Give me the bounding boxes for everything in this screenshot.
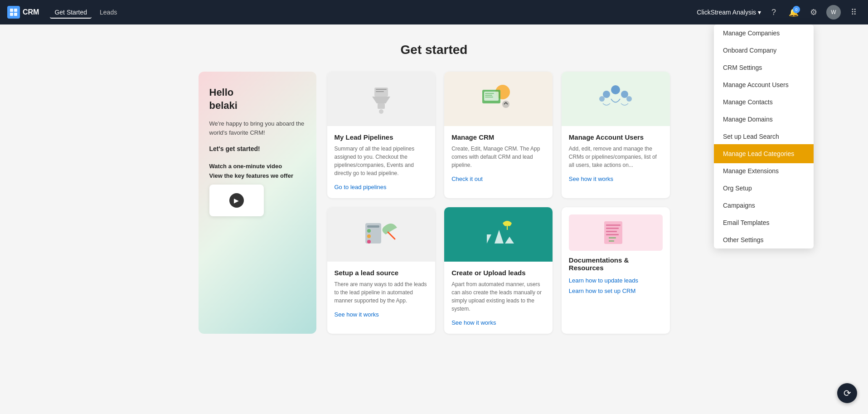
watch-video-link[interactable]: Watch a one-minute video [209,163,305,170]
svg-rect-3 [14,13,17,16]
manage-crm-image [444,72,553,126]
play-button[interactable]: ▶ [229,193,244,208]
gear-icon: ⚙ [810,7,817,17]
dropdown-item-set-up-lead-search[interactable]: Set up Lead Search [714,128,814,145]
dropdown-item-manage-companies[interactable]: Manage Companies [714,24,814,42]
create-leads-title: Create or Upload leads [451,269,545,277]
dropdown-item-onboard-company[interactable]: Onboard Company [714,42,814,59]
welcome-sidebar-card: Hello belaki We're happy to bring you ab… [199,72,316,334]
account-users-desc: Add, edit, remove and manage the CRMs or… [569,145,663,169]
dropdown-item-other-settings[interactable]: Other Settings [714,231,814,248]
brand[interactable]: CRM [7,6,39,19]
workspace-selector[interactable]: ClickStream Analysis ▾ [697,9,761,16]
avatar[interactable]: W [826,5,841,19]
lead-source-desc: There are many ways to add the leads to … [335,280,428,305]
svg-point-20 [599,96,605,102]
svg-rect-32 [606,224,621,226]
lead-pipelines-card: My Lead Pipelines Summary of all the lea… [327,72,436,198]
svg-rect-1 [14,9,17,12]
key-features-link[interactable]: View the key features we offer [209,172,305,179]
account-users-title: Manage Account Users [569,133,663,141]
lead-source-image [327,207,436,262]
svg-point-26 [367,240,371,244]
cards-area: My Lead Pipelines Summary of all the lea… [327,72,670,334]
nav-get-started[interactable]: Get Started [50,6,92,19]
dropdown-item-crm-settings[interactable]: CRM Settings [714,59,814,76]
svg-rect-36 [609,237,616,239]
svg-rect-37 [609,240,614,242]
question-icon: ? [771,8,776,17]
dropdown-item-manage-contacts[interactable]: Manage Contacts [714,93,814,111]
svg-rect-14 [485,95,492,96]
account-users-image [562,72,670,126]
help-button[interactable]: ? [766,5,781,19]
svg-point-17 [611,85,620,94]
cta-text: Let's get started! [209,144,305,154]
dropdown-item-campaigns[interactable]: Campaigns [714,197,814,214]
lead-source-card: Setup a lead source There are many ways … [327,207,436,334]
docs-card: Documentations & Resources Learn how to … [562,207,670,334]
greeting-text: Hello belaki [209,86,305,112]
grid-icon: ⠿ [851,7,857,17]
svg-rect-15 [485,97,493,97]
svg-rect-34 [606,231,617,232]
brand-label: CRM [23,8,39,16]
lead-source-link[interactable]: See how it works [335,311,379,318]
account-users-card: Manage Account Users Add, edit, remove a… [562,72,670,198]
svg-rect-9 [376,91,384,92]
svg-point-24 [367,229,371,233]
svg-marker-27 [487,234,491,244]
svg-rect-0 [10,9,13,12]
nav-right: ClickStream Analysis ▾ ? 🔔 0 ⚙ W ⠿ [697,5,861,19]
lead-pipelines-desc: Summary of all the lead pipelines assign… [335,145,428,177]
page-title: Get started [199,43,670,57]
nav-leads[interactable]: Leads [95,6,121,19]
chevron-down-icon: ▾ [758,9,761,16]
lead-pipelines-link[interactable]: Go to lead pipelines [335,184,387,190]
svg-marker-29 [505,237,514,244]
main-content: Get started Hello belaki We're happy to … [162,24,706,352]
dropdown-item-org-setup[interactable]: Org Setup [714,180,814,197]
update-leads-doc-link[interactable]: Learn how to update leads [569,277,663,284]
dropdown-item-manage-account-users[interactable]: Manage Account Users [714,76,814,93]
dropdown-item-manage-extensions[interactable]: Manage Extensions [714,162,814,180]
dropdown-item-email-templates[interactable]: Email Templates [714,214,814,231]
svg-point-16 [502,101,509,108]
manage-crm-link[interactable]: Check it out [451,175,483,182]
create-leads-desc: Apart from automated manner, users can a… [451,280,545,313]
docs-image [569,214,663,251]
lead-pipelines-title: My Lead Pipelines [335,133,428,141]
svg-marker-28 [495,230,504,244]
dropdown-item-manage-domains[interactable]: Manage Domains [714,111,814,128]
manage-crm-desc: Create, Edit, Manage CRM. The App comes … [451,145,545,169]
lead-pipelines-image [327,72,436,126]
dropdown-item-manage-lead-categories[interactable]: Manage Lead Categories [714,145,814,162]
setup-crm-doc-link[interactable]: Learn how to set up CRM [569,287,663,294]
create-leads-image [444,207,553,262]
svg-rect-8 [376,89,387,90]
svg-marker-5 [372,97,390,103]
svg-rect-23 [367,225,379,228]
nav-links: Get Started Leads [50,6,697,19]
account-users-link[interactable]: See how it works [569,175,613,182]
brand-icon [7,6,20,19]
svg-rect-35 [606,234,619,235]
lead-source-title: Setup a lead source [335,269,428,277]
settings-button[interactable]: ⚙ [806,5,821,19]
manage-crm-title: Manage CRM [451,133,545,141]
notification-badge: 0 [793,6,800,13]
create-leads-link[interactable]: See how it works [451,319,496,326]
manage-crm-card: Manage CRM Create, Edit, Manage CRM. The… [444,72,553,198]
svg-rect-13 [485,93,494,94]
navbar: CRM Get Started Leads ClickStream Analys… [0,0,868,24]
workspace-dropdown: Manage CompaniesOnboard CompanyCRM Setti… [714,24,814,248]
apps-grid-button[interactable]: ⠿ [846,5,861,19]
welcome-description: We're happy to bring you aboard the worl… [209,119,305,137]
svg-point-7 [379,109,383,114]
svg-point-18 [603,91,610,98]
create-leads-card: Create or Upload leads Apart from automa… [444,207,553,334]
notifications-button[interactable]: 🔔 0 [786,5,801,19]
svg-point-25 [367,234,371,238]
video-thumbnail[interactable]: ▶ [209,185,264,216]
svg-point-21 [626,96,632,102]
